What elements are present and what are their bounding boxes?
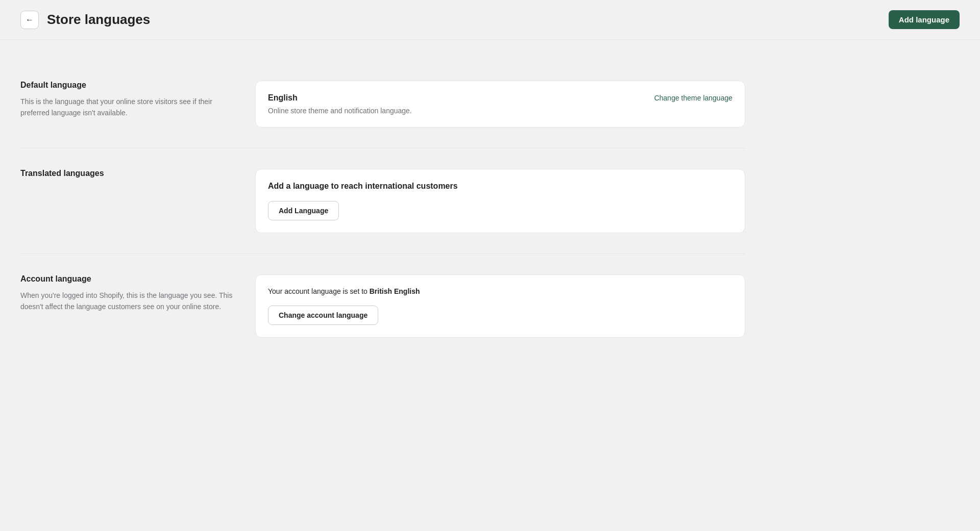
translated-languages-card-title: Add a language to reach international cu… (268, 182, 732, 191)
default-language-section: Default language This is the language th… (20, 60, 745, 148)
default-language-description: Default language This is the language th… (20, 81, 235, 128)
back-button[interactable]: ← (20, 11, 39, 29)
default-language-card-title: English (268, 93, 298, 103)
account-language-text: When you're logged into Shopify, this is… (20, 290, 235, 313)
account-language-label: Account language (20, 274, 235, 284)
default-language-label: Default language (20, 81, 235, 90)
header-left: ← Store languages (20, 11, 150, 29)
account-language-section: Account language When you're logged into… (20, 254, 745, 358)
page-header: ← Store languages Add language (0, 0, 980, 40)
page-content: Default language This is the language th… (0, 40, 766, 378)
default-language-text: This is the language that your online st… (20, 96, 235, 119)
translated-languages-card: Add a language to reach international cu… (255, 169, 745, 233)
translated-languages-description: Translated languages (20, 169, 235, 233)
default-language-card-subtitle: Online store theme and notification lang… (268, 107, 732, 115)
account-language-description: Account language When you're logged into… (20, 274, 235, 338)
card-header: English Change theme language (268, 93, 732, 103)
account-language-prefix: Your account language is set to (268, 287, 370, 295)
account-language-card: Your account language is set to British … (255, 274, 745, 338)
default-language-card: English Change theme language Online sto… (255, 81, 745, 128)
page-title: Store languages (47, 12, 150, 28)
change-theme-language-link[interactable]: Change theme language (654, 94, 732, 102)
translated-languages-label: Translated languages (20, 169, 235, 178)
add-language-button[interactable]: Add language (889, 10, 960, 29)
account-language-value: British English (370, 287, 420, 295)
add-language-outline-button[interactable]: Add Language (268, 201, 339, 220)
translated-languages-section: Translated languages Add a language to r… (20, 148, 745, 254)
change-account-language-button[interactable]: Change account language (268, 306, 378, 325)
account-language-card-body: Your account language is set to British … (268, 287, 732, 295)
